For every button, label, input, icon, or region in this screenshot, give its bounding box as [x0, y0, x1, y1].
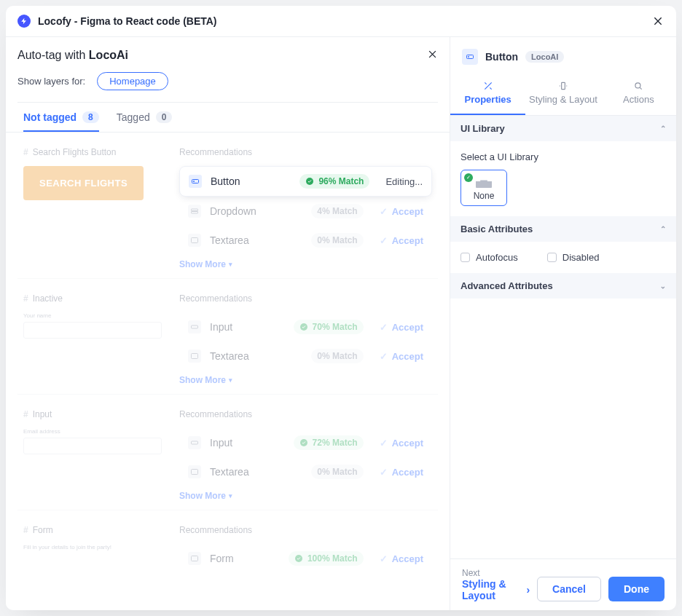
match-badge: 0% Match [311, 233, 363, 248]
input-icon [188, 320, 201, 333]
hash-icon [23, 147, 28, 157]
show-more-button[interactable]: Show More [179, 375, 432, 385]
right-pane: Button LocoAI Properties Styling & Layou… [450, 37, 676, 610]
actions-icon [633, 81, 643, 91]
accept-button[interactable]: ✓ Accept [380, 235, 423, 246]
panel-close-icon[interactable] [427, 49, 438, 62]
match-badge: 96% Match [299, 174, 369, 189]
suggestion-kind: Dropdown [210, 205, 275, 217]
checkbox-icon [460, 253, 470, 262]
show-layers-label: Show layers for: [17, 76, 85, 87]
svg-rect-6 [192, 325, 198, 328]
layer-name: Inactive [33, 293, 63, 304]
layer-name: Input [33, 409, 52, 419]
recommendations-label: Recommendations [179, 293, 432, 304]
tab-properties[interactable]: Properties [450, 74, 525, 115]
layer-selector-pill[interactable]: Homepage [97, 72, 168, 90]
checkbox-icon [547, 253, 557, 262]
disabled-checkbox[interactable]: Disabled [547, 252, 600, 263]
svg-rect-5 [192, 238, 198, 243]
accept-button[interactable]: ✓ Accept [380, 322, 423, 333]
show-more-button[interactable]: Show More [179, 491, 432, 501]
next-link[interactable]: Styling & Layout [462, 578, 530, 601]
section-heading: Advanced Attributes [460, 280, 553, 291]
suggestion-row[interactable]: Input 70% Match ✓ Accept [179, 312, 432, 341]
layer-preview: Email address [23, 428, 162, 472]
preview-input-box [23, 322, 162, 339]
tab-label: Actions [623, 94, 654, 105]
preview-label: Your name [23, 312, 51, 319]
section-basic-attributes-header[interactable]: Basic Attributes ⌃ [450, 216, 676, 242]
accept-label: Accept [392, 322, 423, 333]
done-button[interactable]: Done [608, 577, 665, 601]
section-heading: UI Library [460, 123, 505, 134]
match-badge: 70% Match [294, 320, 364, 334]
match-text: 96% Match [318, 176, 364, 186]
cancel-button[interactable]: Cancel [537, 577, 601, 601]
styling-icon [558, 81, 568, 91]
tab-styling[interactable]: Styling & Layout [525, 74, 600, 115]
accept-button[interactable]: ✓ Accept [380, 467, 423, 478]
checkbox-label: Autofocus [476, 252, 518, 263]
chevron-down-icon: ⌃ [660, 282, 666, 290]
autofocus-checkbox[interactable]: Autofocus [460, 252, 518, 263]
suggestion-kind: Textarea [210, 350, 275, 362]
accept-button[interactable]: ✓ Accept [380, 351, 423, 362]
close-icon[interactable] [651, 15, 665, 28]
ui-library-option-none[interactable]: ✓ None [460, 170, 507, 206]
section-ui-library-body: Select a UI Library ✓ None [450, 141, 676, 216]
accept-button[interactable]: ✓ Accept [380, 553, 423, 564]
show-more-button[interactable]: Show More [179, 259, 432, 269]
svg-rect-14 [467, 55, 474, 59]
suggestion-row[interactable]: Input 72% Match ✓ Accept [179, 428, 432, 457]
tab-not-tagged-count: 8 [82, 111, 99, 123]
accept-label: Accept [392, 553, 423, 564]
right-tabs: Properties Styling & Layout Actions [450, 74, 676, 116]
svg-point-17 [635, 83, 640, 88]
section-ui-library-header[interactable]: UI Library ⌃ [450, 116, 676, 141]
tab-actions[interactable]: Actions [601, 74, 676, 115]
suggestion-row[interactable]: Textarea 0% Match ✓ Accept [179, 226, 432, 255]
accept-button[interactable]: ✓ Accept [380, 206, 423, 217]
layer-heading: Form [23, 525, 162, 535]
accept-button[interactable]: ✓ Accept [380, 438, 423, 449]
textarea-icon [188, 234, 201, 247]
svg-rect-16 [562, 82, 565, 89]
hash-icon [23, 525, 28, 535]
recommendations-label: Recommendations [179, 525, 432, 535]
suggestion-row[interactable]: Dropdown 4% Match ✓ Accept [179, 197, 432, 226]
auto-tag-title-prefix: Auto-tag with [17, 49, 89, 61]
layer-preview: Fill in your details to join the party! [23, 544, 162, 588]
window-title: Locofy - Figma to React code (BETA) [38, 15, 217, 27]
accept-label: Accept [392, 438, 423, 449]
left-pane: Auto-tag with LocoAi Show layers for: Ho… [6, 37, 450, 610]
form-icon [188, 552, 201, 565]
next-link-label: Styling & Layout [462, 578, 523, 601]
match-text: 0% Match [317, 351, 357, 361]
layer-heading: Inactive [23, 293, 162, 304]
tab-label: Styling & Layout [529, 94, 597, 105]
accept-label: Accept [392, 206, 423, 217]
auto-tag-title: Auto-tag with LocoAi [17, 49, 438, 62]
right-footer: Next Styling & Layout Cancel Done [450, 558, 676, 610]
auto-tag-title-bold: LocoAi [89, 49, 128, 61]
button-icon [189, 175, 202, 188]
match-text: 0% Match [317, 467, 357, 477]
layer-section: Inactive Your name Recommendations [17, 279, 438, 395]
layer-list[interactable]: Search Flights Button SEARCH FLIGHTS Rec… [6, 133, 450, 610]
recommendations-label: Recommendations [179, 409, 432, 419]
suggestion-row[interactable]: Textarea 0% Match ✓ Accept [179, 457, 432, 486]
hash-icon [23, 409, 28, 419]
tab-tagged[interactable]: Tagged 0 [117, 111, 173, 132]
tab-not-tagged[interactable]: Not tagged 8 [23, 111, 99, 132]
suggestion-row[interactable]: Button 96% Match Editing... [179, 166, 432, 197]
accept-label: Accept [392, 351, 423, 362]
section-advanced-attributes-header[interactable]: Advanced Attributes ⌃ [450, 273, 676, 299]
brand-icon [17, 15, 31, 28]
suggestion-row[interactable]: Form 100% Match ✓ Accept [179, 544, 432, 573]
suggestion-kind: Textarea [210, 234, 275, 246]
button-icon [462, 49, 478, 65]
suggestion-row[interactable]: Textarea 0% Match ✓ Accept [179, 341, 432, 371]
tab-tagged-label: Tagged [117, 111, 150, 123]
match-text: 100% Match [307, 553, 358, 564]
